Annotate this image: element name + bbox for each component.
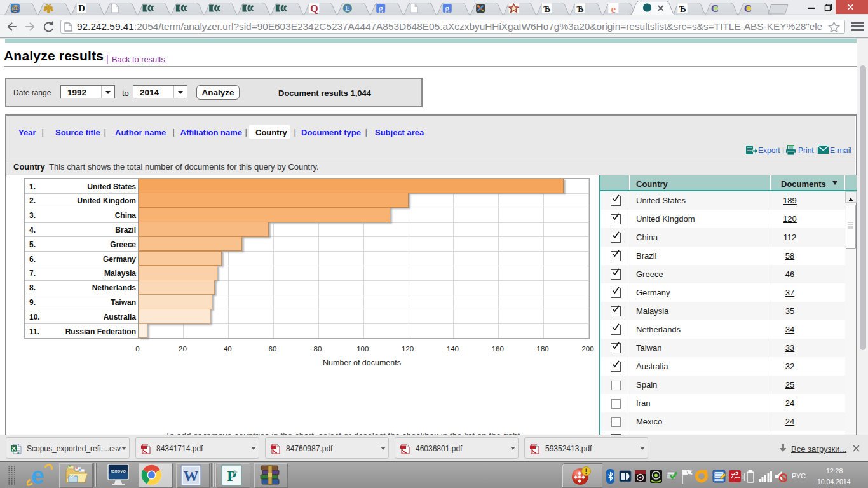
svg-text:Q: Q	[310, 3, 318, 14]
svg-text:P: P	[227, 468, 236, 484]
svg-text:g: g	[445, 4, 449, 13]
svg-text:@: @	[11, 4, 19, 13]
svg-text:g: g	[379, 4, 383, 13]
svg-text:Ѣ: Ѣ	[679, 4, 686, 14]
svg-text:W: W	[184, 468, 199, 484]
svg-text:e: e	[31, 463, 44, 488]
svg-text:C: C	[711, 3, 719, 15]
svg-text:C: C	[744, 3, 752, 15]
svg-text:lenovo: lenovo	[111, 468, 126, 474]
svg-text:Ѣ: Ѣ	[576, 4, 583, 14]
svg-text:Ѣ: Ѣ	[543, 4, 550, 14]
svg-text:e: e	[611, 3, 616, 15]
svg-text:D: D	[78, 3, 85, 13]
svg-text:E: E	[345, 4, 350, 12]
